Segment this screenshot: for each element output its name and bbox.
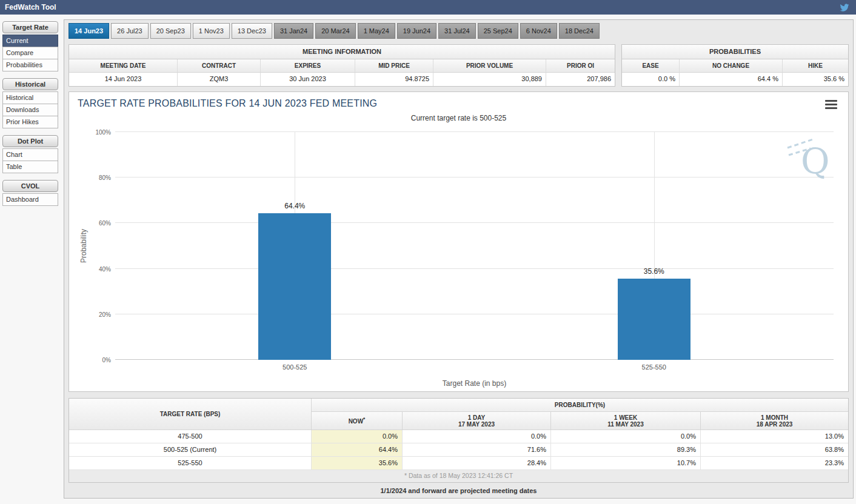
ease-value: 0.0 % [622,73,680,86]
tab-26jul23[interactable]: 26 Jul23 [111,23,149,39]
info-row: MEETING INFORMATION MEETING DATE CONTRAC… [69,44,849,87]
x-category-500-525: 500-525 [115,360,475,371]
sidebar-item-current[interactable]: Current [2,35,58,47]
meeting-information-title: MEETING INFORMATION [69,45,615,59]
x-axis-label: Target Rate (in bps) [115,379,834,388]
bar-525-550: 35.6% [618,279,690,360]
probabilities-panel: PROBABILITIES EASE NO CHANGE HIKE 0.0 % … [621,44,849,87]
bar-chart-plot-area: Probability 0% 20% 40% 60% 80% 100% [115,132,834,360]
sidebar-item-chart[interactable]: Chart [2,148,58,161]
sidebar-item-table[interactable]: Table [2,161,58,173]
tab-14jun23[interactable]: 14 Jun23 [69,23,109,39]
table-row-525-550: 525-550 35.6% 28.4% 10.7% 23.3% [69,457,848,470]
prior-volume-header: PRIOR VOLUME [433,59,546,73]
x-axis-category-labels: 500-525 525-550 [115,360,834,371]
tab-1may24[interactable]: 1 May24 [358,23,395,39]
no-change-header: NO CHANGE [680,59,783,73]
prob-cell-1month: 23.3% [701,457,848,469]
y-axis-tick: 60% [99,220,111,227]
app-header: FedWatch Tool [0,0,856,15]
sidebar-item-dashboard[interactable]: Dashboard [2,193,58,206]
contract-header: CONTRACT [178,59,261,73]
prob-cell-1day: 28.4% [403,457,551,469]
tab-18dec24[interactable]: 18 Dec24 [559,23,600,39]
projected-meetings-note: 1/1/2024 and forward are projected meeti… [69,487,849,494]
tab-31jan24[interactable]: 31 Jan24 [274,23,313,39]
table-row-500-525-current: 500-525 (Current) 64.4% 71.6% 89.3% 63.8… [69,443,848,457]
prob-cell-1month: 63.8% [701,443,848,456]
probability-history-table: TARGET RATE (BPS) PROBABILITY(%) NOW* 1 … [69,398,849,483]
meeting-information-panel: MEETING INFORMATION MEETING DATE CONTRAC… [69,44,615,87]
prob-cell-now: 0.0% [312,430,403,443]
tab-13dec23[interactable]: 13 Dec23 [232,23,272,39]
quikstrike-logo-watermark: Q [786,134,830,181]
prob-cell-1day: 71.6% [403,443,551,456]
y-axis-tick: 100% [95,129,111,136]
y-axis-tick: 20% [99,311,111,317]
prob-cell-1week: 10.7% [551,457,701,469]
y-axis-tick: 80% [99,174,111,181]
prob-cell-1week: 0.0% [551,430,701,443]
y-axis-tick: 0% [102,357,111,363]
sidebar-item-prior-hikes[interactable]: Prior Hikes [2,116,58,128]
prob-cell-now: 64.4% [312,443,403,456]
chart-title: TARGET RATE PROBABILITIES FOR 14 JUN 202… [78,98,840,109]
sidebar-group-cvol: CVOL Dashboard [2,180,61,206]
meeting-date-value: 14 Jun 2023 [69,73,178,86]
sidebar-header-target-rate[interactable]: Target Rate [2,21,58,33]
rate-cell: 525-550 [69,457,312,469]
sidebar-item-compare[interactable]: Compare [2,47,58,59]
hike-header: HIKE [783,59,848,73]
sidebar: Target Rate Current Compare Probabilitie… [2,19,61,499]
chart-context-menu-icon[interactable] [825,100,837,111]
tab-1nov23[interactable]: 1 Nov23 [193,23,230,39]
expires-value: 30 Jun 2023 [261,73,355,86]
probability-table-header: TARGET RATE (BPS) PROBABILITY(%) NOW* 1 … [69,399,848,430]
tab-25sep24[interactable]: 25 Sep24 [478,23,518,39]
tab-20mar24[interactable]: 20 Mar24 [315,23,355,39]
sidebar-header-cvol[interactable]: CVOL [2,180,58,192]
sidebar-group-dot-plot: Dot Plot Chart Table [2,135,61,173]
sidebar-header-dot-plot[interactable]: Dot Plot [2,135,58,147]
ease-header: EASE [622,59,680,73]
contract-value: ZQM3 [178,73,261,86]
sidebar-item-historical[interactable]: Historical [2,91,58,104]
sidebar-item-probabilities[interactable]: Probabilities [2,59,58,71]
bar-rect [258,213,331,360]
app-title: FedWatch Tool [5,3,56,12]
rate-cell: 500-525 (Current) [69,443,312,456]
column-header-1week: 1 WEEK 11 MAY 2023 [551,412,701,430]
twitter-icon[interactable] [839,3,850,12]
svg-text:Q: Q [801,141,830,181]
prob-cell-1day: 0.0% [403,430,551,443]
tab-20sep23[interactable]: 20 Sep23 [150,23,191,39]
bar-value-label: 64.4% [258,202,331,210]
main-panel: 14 Jun23 26 Jul23 20 Sep23 1 Nov23 13 De… [64,19,854,499]
now-label: NOW [349,419,363,425]
meeting-date-header: MEETING DATE [69,59,178,73]
mid-price-value: 94.8725 [355,73,433,86]
sidebar-header-historical[interactable]: Historical [2,78,58,90]
prior-oi-value: 207,986 [546,73,615,86]
y-axis-label: Probability [79,229,88,263]
sidebar-group-historical: Historical Historical Downloads Prior Hi… [2,78,61,128]
footnote-marker: * [363,416,365,422]
content-area: Target Rate Current Compare Probabilitie… [0,15,856,499]
sidebar-item-downloads[interactable]: Downloads [2,104,58,116]
tab-31jul24[interactable]: 31 Jul24 [438,23,476,39]
probability-sub-headers: NOW* 1 DAY 17 MAY 2023 1 WEEK 11 MAY 202… [312,412,848,430]
bar-500-525: 64.4% [258,213,331,360]
category-slot-525-550: 35.6% [475,132,834,360]
sidebar-group-target-rate: Target Rate Current Compare Probabilitie… [2,21,61,71]
prob-cell-1week: 89.3% [551,443,701,456]
meeting-date-tabs: 14 Jun23 26 Jul23 20 Sep23 1 Nov23 13 De… [69,23,849,39]
hike-value: 35.6 % [783,73,848,86]
meeting-information-headers: MEETING DATE CONTRACT EXPIRES MID PRICE … [69,59,615,73]
tab-6nov24[interactable]: 6 Nov24 [520,23,557,39]
y-axis-tick: 40% [99,265,111,272]
x-category-525-550: 525-550 [475,360,834,371]
chart-subtitle: Current target rate is 500-525 [78,114,840,122]
probability-columns: PROBABILITY(%) NOW* 1 DAY 17 MAY 2023 1 … [312,399,848,430]
category-slot-500-525: 64.4% [115,132,475,360]
tab-19jun24[interactable]: 19 Jun24 [397,23,436,39]
